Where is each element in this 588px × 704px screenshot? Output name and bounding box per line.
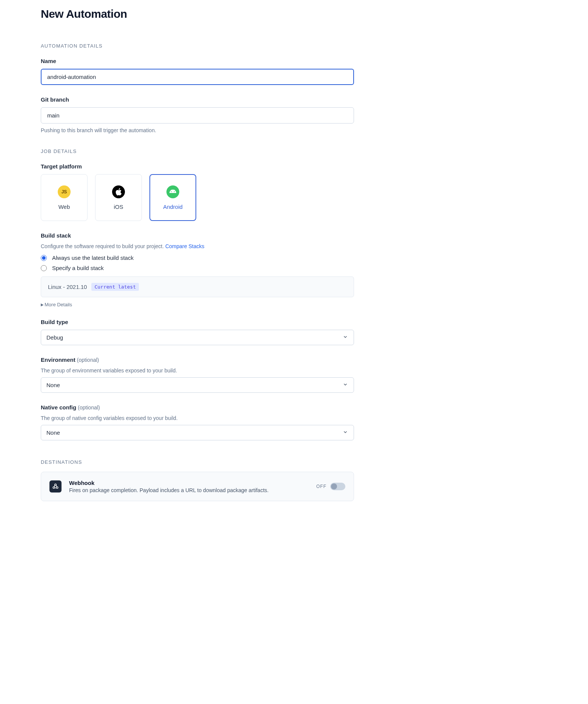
stack-name: Linux - 2021.10	[48, 284, 87, 290]
radio-latest[interactable]	[41, 255, 47, 261]
more-details-toggle[interactable]: ▶ More Details	[41, 302, 72, 307]
webhook-toggle-label: OFF	[316, 484, 326, 489]
environment-label-row: Environment (optional)	[41, 357, 354, 363]
native-config-label: Native config	[41, 404, 76, 411]
webhook-toggle[interactable]	[330, 483, 345, 490]
toggle-knob	[331, 483, 337, 489]
native-config-label-row: Native config (optional)	[41, 404, 354, 411]
environment-label: Environment	[41, 357, 75, 363]
platform-label-ios: iOS	[114, 204, 123, 210]
build-stack-helper-row: Configure the software required to build…	[41, 243, 354, 249]
webhook-panel: Webhook Fires on package completion. Pay…	[41, 472, 354, 501]
name-input[interactable]	[41, 69, 354, 85]
build-stack-helper: Configure the software required to build…	[41, 243, 164, 249]
native-config-select[interactable]: None	[41, 425, 354, 440]
js-icon-text: JS	[62, 189, 67, 195]
platform-label: Target platform	[41, 163, 354, 170]
environment-optional: (optional)	[77, 357, 99, 363]
branch-label: Git branch	[41, 96, 354, 103]
js-icon: JS	[58, 185, 71, 198]
platform-card-android[interactable]: Android	[149, 174, 196, 221]
platform-card-ios[interactable]: iOS	[95, 174, 142, 221]
more-details-label: More Details	[45, 302, 72, 307]
radio-latest-label: Always use the latest build stack	[52, 255, 134, 261]
stack-box: Linux - 2021.10 Current latest	[41, 276, 354, 297]
webhook-title: Webhook	[69, 480, 309, 486]
section-job-details: JOB DETAILS	[41, 148, 354, 154]
environment-select[interactable]: None	[41, 377, 354, 393]
platform-label-android: Android	[163, 204, 183, 210]
android-icon	[166, 185, 179, 198]
platform-card-web[interactable]: JS Web	[41, 174, 88, 221]
radio-specify-label: Specify a build stack	[52, 265, 104, 271]
build-type-label: Build type	[41, 319, 354, 325]
triangle-right-icon: ▶	[41, 303, 44, 307]
webhook-icon	[49, 480, 62, 492]
page-title: New Automation	[41, 8, 354, 20]
radio-specify[interactable]	[41, 265, 47, 271]
build-stack-label: Build stack	[41, 232, 354, 239]
native-config-optional: (optional)	[78, 404, 100, 411]
stack-badge: Current latest	[91, 283, 139, 291]
section-automation-details: AUTOMATION DETAILS	[41, 43, 354, 49]
compare-stacks-link[interactable]: Compare Stacks	[165, 243, 204, 249]
platform-label-web: Web	[58, 204, 70, 210]
apple-icon	[112, 185, 125, 198]
build-type-select[interactable]: Debug	[41, 330, 354, 345]
webhook-desc: Fires on package completion. Payload inc…	[69, 487, 309, 493]
environment-helper: The group of environment variables expos…	[41, 367, 354, 374]
section-destinations: DESTINATIONS	[41, 459, 354, 465]
branch-input[interactable]	[41, 107, 354, 124]
native-config-helper: The group of native config variables exp…	[41, 415, 354, 421]
name-label: Name	[41, 58, 354, 64]
branch-helper: Pushing to this branch will trigger the …	[41, 127, 354, 133]
